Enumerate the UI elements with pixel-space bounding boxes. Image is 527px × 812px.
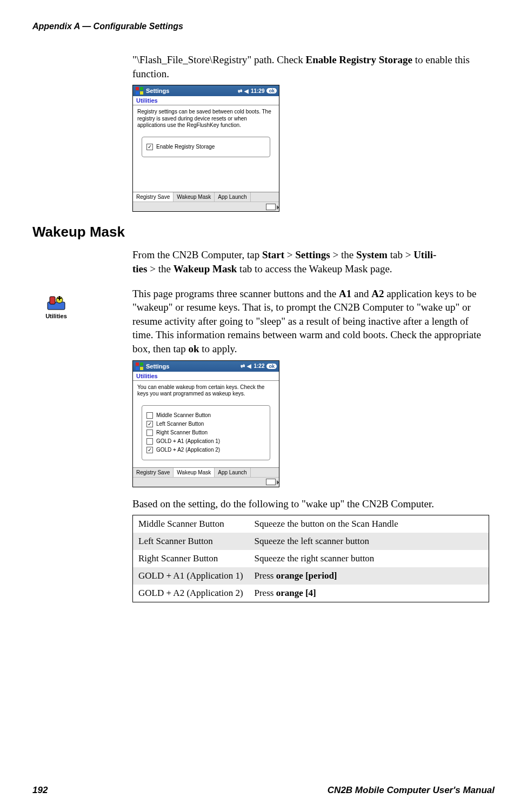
checkbox-icon[interactable] [146,438,153,445]
checkbox-row[interactable]: ✓Left Scanner Button [146,420,265,428]
wakeup-para1: From the CN2B Computer, tap Start > Sett… [132,248,489,276]
checkbox-icon[interactable]: ✓ [146,144,153,150]
checkbox-row[interactable]: GOLD + A1 (Application 1) [146,437,265,446]
manual-title: CN2B Mobile Computer User's Manual [328,785,495,796]
svg-rect-3 [140,91,143,95]
text: From the CN2B Computer, tap [132,249,262,260]
table-row: Right Scanner ButtonSqueeze the right sc… [133,550,489,567]
checkbox-label: Right Scanner Button [156,430,208,435]
tab-app-launch[interactable]: App Launch [215,468,250,477]
volume-icon: ◀ [244,88,249,94]
titlebar-title: Settings [146,363,169,370]
checkbox-row[interactable]: Right Scanner Button [146,428,265,437]
text: to apply. [199,343,237,354]
tab-app-launch[interactable]: App Launch [215,192,250,202]
table-row: Left Scanner ButtonSqueeze the left scan… [133,533,489,550]
text: > the [147,263,173,274]
checkbox-icon[interactable] [146,430,153,436]
page-footer: 192 CN2B Mobile Computer User's Manual [32,785,495,796]
subheader: Utilities [133,372,279,381]
table-row: GOLD + A2 (Application 2)Press orange [4… [133,585,489,602]
checkbox-row[interactable]: Middle Scanner Button [146,411,265,420]
ok-button[interactable]: ok [266,364,277,369]
checkbox-label: Enable Registry Storage [156,144,215,150]
wakeup-para3: Based on the setting, do the following t… [132,497,489,511]
checkbox-icon[interactable] [146,412,153,419]
tab-registry-save[interactable]: Registry Save [133,468,174,477]
bold-start: Start [262,249,284,260]
svg-rect-5 [50,297,55,304]
checkbox-label: GOLD + A2 (Application 2) [156,447,220,453]
screenshot-registry-save: Settings ⇄ ◀ 11:29 ok Utilities Registry… [132,85,279,212]
bold-system: System [356,249,388,260]
table-key: Right Scanner Button [133,550,249,567]
intro-bold: Enable Registry Storage [306,54,412,65]
connectivity-icon: ⇄ [241,363,245,369]
windows-flag-icon [135,362,144,371]
bold-settings: Settings [295,249,330,260]
volume-icon: ◀ [247,363,251,369]
checkbox-icon[interactable]: ✓ [146,447,153,453]
checkbox-row[interactable]: ✓ Enable Registry Storage [146,143,265,151]
checkbox-row[interactable]: ✓GOLD + A2 (Application 2) [146,446,265,454]
ok-button[interactable]: ok [266,88,277,93]
screenshot-description: Registry settings can be saved between c… [137,109,275,129]
titlebar: Settings ⇄ ◀ 1:22 ok [133,361,279,372]
tab-wakeup-mask[interactable]: Wakeup Mask [174,192,215,202]
footer-bar [133,202,279,211]
checkbox-label: GOLD + A1 (Application 1) [156,438,220,444]
intro-pre: "\Flash_File_Store\Registry" path. Check [132,54,306,65]
table-row: GOLD + A1 (Application 1)Press orange [p… [133,567,489,585]
titlebar: Settings ⇄ ◀ 11:29 ok [133,85,279,96]
table-key: GOLD + A1 (Application 1) [133,567,249,585]
checkbox-label: Middle Scanner Button [156,412,211,418]
tab-registry-save[interactable]: Registry Save [133,192,174,202]
footer-bar [133,477,279,487]
section-heading: Wakeup Mask [32,224,495,240]
svg-rect-11 [136,367,139,370]
connectivity-icon: ⇄ [238,88,242,94]
tab-bar: Registry Save Wakeup Mask App Launch [133,192,279,202]
text: and [351,288,371,299]
checkbox-group: Middle Scanner Button✓Left Scanner Butto… [142,405,270,460]
table-value: Press orange [4] [249,585,489,602]
text: tab to access the Wakeup Mask page. [237,263,392,274]
text: tab > [388,249,413,260]
bold-utilities2: ties [132,263,147,274]
subheader-title: Utilities [136,97,158,104]
svg-rect-8 [59,296,60,300]
text: > [284,249,295,260]
page-number: 192 [32,785,48,796]
table-value: Squeeze the button on the Scan Handle [249,515,489,533]
bold-a1: A1 [339,288,351,299]
subheader-title: Utilities [136,373,158,379]
tab-wakeup-mask[interactable]: Wakeup Mask [174,468,215,477]
svg-rect-2 [136,91,139,95]
keyboard-icon[interactable] [266,204,276,210]
svg-rect-12 [140,367,143,370]
table-value: Squeeze the left scanner button [249,533,489,550]
table-value: Press orange [period] [249,567,489,585]
checkbox-icon[interactable]: ✓ [146,421,153,427]
tab-bar: Registry Save Wakeup Mask App Launch [133,467,279,477]
titlebar-title: Settings [146,88,169,94]
utilities-icon-label: Utilities [45,313,67,319]
windows-flag-icon [135,86,144,95]
table-key: Left Scanner Button [133,533,249,550]
utilities-app-icon: Utilities [41,294,72,319]
bold-utilities1: Utili- [413,249,436,260]
subheader: Utilities [133,96,279,105]
titlebar-time: 11:29 [251,88,265,94]
bold-wakeup-mask: Wakeup Mask [174,263,237,274]
svg-rect-9 [136,363,139,366]
running-header: Appendix A — Configurable Settings [32,22,495,31]
svg-rect-10 [140,363,143,366]
keyboard-icon[interactable] [266,479,276,485]
screenshot-wakeup-mask: Settings ⇄ ◀ 1:22 ok Utilities You can e… [132,360,279,487]
wakeup-para2: This page programs three scanner buttons… [132,287,489,356]
svg-rect-1 [140,87,143,90]
table-key: GOLD + A2 (Application 2) [133,585,249,602]
checkbox-label: Left Scanner Button [156,421,204,427]
intro-para: "\Flash_File_Store\Registry" path. Check… [132,53,489,80]
bold-ok: ok [188,343,199,354]
